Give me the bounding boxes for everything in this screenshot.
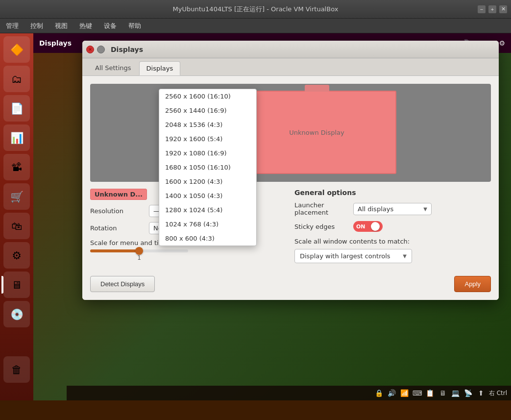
toggle-on-label: ON xyxy=(356,223,365,230)
tab-all-settings[interactable]: All Settings xyxy=(88,61,138,75)
dialog-footer: Detect Displays Apply xyxy=(90,271,491,292)
launcher-placement-row: Launcher placement All displays ▼ xyxy=(294,201,491,216)
dialog-titlebar: ✕ Displays xyxy=(82,41,499,58)
launcher-placement-label: Launcher placement xyxy=(294,201,353,216)
scale-all-value: Display with largest controls xyxy=(300,252,390,260)
sidebar-icon-files[interactable]: 🗂 xyxy=(3,66,30,92)
taskbar-icon-9[interactable]: ⬆ xyxy=(476,388,486,398)
sidebar-icon-impress[interactable]: 📽 xyxy=(3,154,30,180)
taskbar-icon-3[interactable]: 📶 xyxy=(400,388,410,398)
sidebar-icon-settings[interactable]: ⚙ xyxy=(3,242,30,269)
display-preview: Unknown Display 2560 x 1600 (16:10) 2560… xyxy=(90,84,491,182)
taskbar: 🔒 🔊 📶 ⌨ 📋 🖥 💻 📡 ⬆ 右 Ctrl xyxy=(67,386,511,400)
window-controls: − + ✕ xyxy=(478,5,507,13)
resolution-option-1[interactable]: 2560 x 1440 (16:9) xyxy=(159,103,256,118)
menu-help[interactable]: 帮助 xyxy=(126,21,143,31)
slider-fill xyxy=(90,249,139,252)
sidebar-icon-docs[interactable]: 📄 xyxy=(3,95,30,122)
taskbar-icon-8[interactable]: 📡 xyxy=(463,388,473,398)
taskbar-icon-1[interactable]: 🔒 xyxy=(374,388,384,398)
toggle-circle xyxy=(371,222,380,231)
sidebar-icon-amazon[interactable]: 🛍 xyxy=(3,213,30,239)
window-title: MyUbuntu1404LTS [正在运行] - Oracle VM Virtu… xyxy=(173,5,339,14)
resolution-option-10[interactable]: 800 x 600 (4:3) xyxy=(159,231,256,246)
menu-manage[interactable]: 管理 xyxy=(4,21,21,31)
scale-all-dropdown-arrow: ▼ xyxy=(403,253,407,259)
sidebar-icon-ubuntu[interactable]: 🔶 xyxy=(3,36,30,63)
monitor-label: Unknown Display xyxy=(289,129,344,136)
sticky-edges-row: Sticky edges ON xyxy=(294,221,491,232)
right-controls: General options Launcher placement All d… xyxy=(294,189,491,263)
resolution-option-7[interactable]: 1400 x 1050 (4:3) xyxy=(159,189,256,203)
title-bar: MyUbuntu1404LTS [正在运行] - Oracle VM Virtu… xyxy=(0,0,511,19)
system-menu-icon[interactable]: ⚙ xyxy=(499,39,505,47)
dialog-title: Displays xyxy=(111,46,143,53)
sidebar-icon-trash[interactable]: 🗑 xyxy=(3,356,30,383)
monitor-tab xyxy=(305,85,329,92)
desktop-area: Displays ⇅ EN 🔊 12:47 ⚙ ✕ Displays All S… xyxy=(33,33,511,400)
menu-view[interactable]: 视图 xyxy=(53,21,70,31)
taskbar-icon-6[interactable]: 🖥 xyxy=(438,388,448,398)
sticky-edges-toggle[interactable]: ON xyxy=(353,221,383,232)
menu-bar: 管理 控制 视图 热键 设备 帮助 xyxy=(0,19,511,33)
launcher-placement-dropdown[interactable]: All displays ▼ xyxy=(353,203,432,215)
resolution-option-0[interactable]: 2560 x 1600 (16:10) xyxy=(159,89,256,103)
slider-value: 1 xyxy=(90,254,188,261)
sidebar-icon-displays[interactable]: 🖥 xyxy=(3,272,30,298)
resolution-option-8[interactable]: 1280 x 1024 (5:4) xyxy=(159,203,256,217)
resolution-popup[interactable]: 2560 x 1600 (16:10) 2560 x 1440 (16:9) 2… xyxy=(159,89,257,246)
scale-all-label: Scale all window contents to match: xyxy=(294,238,491,245)
resolution-option-6[interactable]: 1600 x 1200 (4:3) xyxy=(159,174,256,189)
resolution-label: Resolution xyxy=(90,207,149,215)
system-bar-title: Displays xyxy=(39,39,72,47)
dialog-minimize-button[interactable] xyxy=(97,46,105,53)
display-monitor[interactable]: Unknown Display xyxy=(237,91,396,174)
maximize-button[interactable]: + xyxy=(488,5,496,13)
scale-all-section: Scale all window contents to match: Disp… xyxy=(294,238,491,263)
slider-thumb[interactable] xyxy=(135,247,143,255)
taskbar-icon-7[interactable]: 💻 xyxy=(451,388,461,398)
launcher-dropdown-arrow: ▼ xyxy=(423,206,427,212)
display-name-badge: Unknown D... xyxy=(90,189,147,200)
sidebar-icon-appstore[interactable]: 🛒 xyxy=(3,183,30,210)
tab-displays[interactable]: Displays xyxy=(139,61,181,75)
controls-area: Unknown D... Resolution — ▼ xyxy=(90,189,491,263)
taskbar-ctrl-text: 右 Ctrl xyxy=(489,389,507,397)
taskbar-icon-2[interactable]: 🔊 xyxy=(387,388,397,398)
resolution-option-4[interactable]: 1920 x 1080 (16:9) xyxy=(159,146,256,160)
taskbar-icon-5[interactable]: 📋 xyxy=(425,388,435,398)
minimize-button[interactable]: − xyxy=(478,5,486,13)
rotation-label: Rotation xyxy=(90,224,149,232)
sticky-edges-label: Sticky edges xyxy=(294,223,353,230)
dialog-close-button[interactable]: ✕ xyxy=(86,46,94,53)
sidebar-icon-sheets[interactable]: 📊 xyxy=(3,124,30,151)
displays-dialog: ✕ Displays All Settings Displays Unknown… xyxy=(82,41,499,300)
resolution-option-2[interactable]: 2048 x 1536 (4:3) xyxy=(159,118,256,132)
dialog-body: Unknown Display 2560 x 1600 (16:10) 2560… xyxy=(82,76,499,300)
sidebar-icon-disk[interactable]: 💿 xyxy=(3,301,30,327)
resolution-option-5[interactable]: 1680 x 1050 (16:10) xyxy=(159,160,256,174)
menu-devices[interactable]: 设备 xyxy=(102,21,119,31)
sidebar: 🔶 🗂 📄 📊 📽 🛒 🛍 ⚙ 🖥 💿 🗑 xyxy=(0,33,33,400)
slider-track[interactable] xyxy=(90,249,188,252)
close-window-button[interactable]: ✕ xyxy=(499,5,507,13)
scale-all-dropdown[interactable]: Display with largest controls ▼ xyxy=(294,249,412,263)
menu-control[interactable]: 控制 xyxy=(28,21,45,31)
resolution-option-9[interactable]: 1024 x 768 (4:3) xyxy=(159,217,256,231)
launcher-placement-value: All displays xyxy=(358,205,393,213)
resolution-option-3[interactable]: 1920 x 1600 (5:4) xyxy=(159,132,256,146)
general-options-title: General options xyxy=(294,189,491,197)
menu-hotkeys[interactable]: 热键 xyxy=(77,21,94,31)
taskbar-icon-4[interactable]: ⌨ xyxy=(413,388,422,398)
tab-bar: All Settings Displays xyxy=(82,58,499,76)
detect-displays-button[interactable]: Detect Displays xyxy=(90,276,155,292)
main-area: 🔶 🗂 📄 📊 📽 🛒 🛍 ⚙ 🖥 💿 🗑 Displays ⇅ EN 🔊 12… xyxy=(0,33,511,400)
apply-button[interactable]: Apply xyxy=(454,276,491,292)
